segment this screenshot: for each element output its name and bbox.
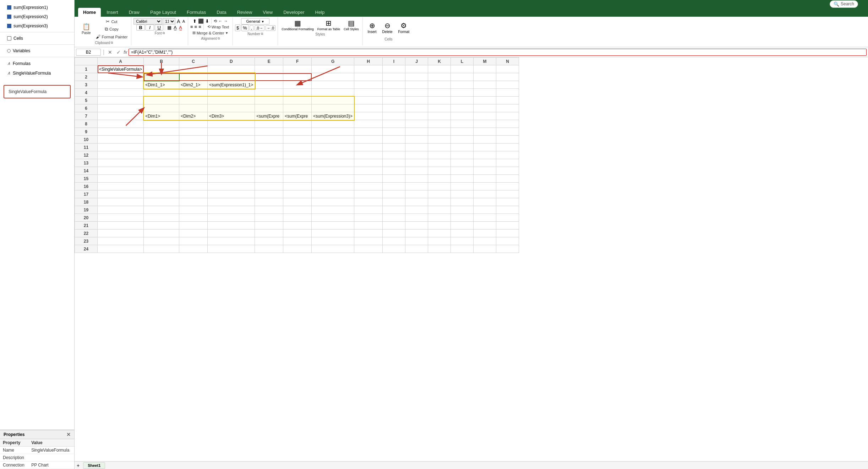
cell-G22[interactable] — [312, 230, 354, 237]
cell-I23[interactable] — [382, 237, 405, 245]
cell-C21[interactable] — [179, 222, 208, 230]
cell-I10[interactable] — [382, 136, 405, 144]
cell-C3[interactable]: <Dim2_1> — [179, 81, 208, 89]
cell-I18[interactable] — [382, 198, 405, 206]
cell-A12[interactable] — [98, 151, 144, 159]
cell-L13[interactable] — [451, 159, 473, 167]
cell-E6[interactable] — [255, 104, 283, 112]
cell-G18[interactable] — [312, 198, 354, 206]
cut-button[interactable]: ✂ Cut — [94, 18, 129, 25]
align-right-icon[interactable]: ≡ — [198, 24, 201, 29]
cell-H12[interactable] — [354, 151, 382, 159]
cell-D4[interactable] — [208, 89, 255, 97]
cell-J24[interactable] — [405, 245, 428, 253]
cell-H9[interactable] — [354, 128, 382, 136]
cell-K12[interactable] — [428, 151, 451, 159]
cell-D2[interactable] — [208, 73, 255, 81]
cell-F22[interactable] — [283, 230, 312, 237]
cell-G12[interactable] — [312, 151, 354, 159]
cell-M13[interactable] — [473, 159, 496, 167]
cell-N2[interactable] — [496, 73, 519, 81]
cell-K6[interactable] — [428, 104, 451, 112]
cell-I19[interactable] — [382, 206, 405, 214]
cell-B10[interactable] — [144, 136, 179, 144]
table-row[interactable]: 14 — [75, 167, 519, 175]
tab-home[interactable]: Home — [78, 8, 101, 17]
cell-E10[interactable] — [255, 136, 283, 144]
cell-I12[interactable] — [382, 151, 405, 159]
cell-L7[interactable] — [451, 112, 473, 120]
col-header-A[interactable]: A — [98, 58, 144, 65]
cell-K13[interactable] — [428, 159, 451, 167]
cell-A1[interactable]: <SingleValueFormula> — [98, 65, 144, 73]
cell-K19[interactable] — [428, 206, 451, 214]
cell-I5[interactable] — [382, 97, 405, 104]
cell-J7[interactable] — [405, 112, 428, 120]
row-header-5[interactable]: 5 — [75, 97, 98, 104]
table-row[interactable]: 1<SingleValueFormula> — [75, 65, 519, 73]
cell-G6[interactable] — [312, 104, 354, 112]
cell-F9[interactable] — [283, 128, 312, 136]
cell-A20[interactable] — [98, 214, 144, 222]
cell-D9[interactable] — [208, 128, 255, 136]
prop-row-connection[interactable]: Connection PP Chart — [0, 462, 74, 469]
cell-C13[interactable] — [179, 159, 208, 167]
cell-A11[interactable] — [98, 144, 144, 151]
cell-M22[interactable] — [473, 230, 496, 237]
cell-L12[interactable] — [451, 151, 473, 159]
table-row[interactable]: 3<Dim1_1><Dim2_1><sum(Expression1)_1> — [75, 81, 519, 89]
number-format-dropdown-icon[interactable]: ▼ — [261, 20, 264, 23]
cell-B17[interactable] — [144, 190, 179, 198]
cell-L2[interactable] — [451, 73, 473, 81]
tab-review[interactable]: Review — [232, 8, 257, 17]
row-header-11[interactable]: 11 — [75, 144, 98, 151]
table-row[interactable]: 2 — [75, 73, 519, 81]
col-header-L[interactable]: L — [451, 58, 473, 65]
col-header-J[interactable]: J — [405, 58, 428, 65]
cell-N17[interactable] — [496, 190, 519, 198]
cell-F2[interactable] — [283, 73, 312, 81]
sidebar-item-single-value[interactable]: ∧ SingleValueFormula — [0, 68, 74, 78]
cell-J4[interactable] — [405, 89, 428, 97]
cell-E2[interactable] — [255, 73, 283, 81]
cell-N21[interactable] — [496, 222, 519, 230]
cell-L11[interactable] — [451, 144, 473, 151]
cell-L5[interactable] — [451, 97, 473, 104]
cell-K5[interactable] — [428, 97, 451, 104]
cell-G1[interactable] — [312, 65, 354, 73]
cell-B19[interactable] — [144, 206, 179, 214]
cell-N1[interactable] — [496, 65, 519, 73]
cell-B23[interactable] — [144, 237, 179, 245]
cell-K9[interactable] — [428, 128, 451, 136]
tab-formulas[interactable]: Formulas — [182, 8, 211, 17]
cell-B12[interactable] — [144, 151, 179, 159]
table-row[interactable]: 9 — [75, 128, 519, 136]
cell-L16[interactable] — [451, 183, 473, 190]
cell-E24[interactable] — [255, 245, 283, 253]
cell-F6[interactable] — [283, 104, 312, 112]
col-header-E[interactable]: E — [255, 58, 283, 65]
cell-A14[interactable] — [98, 167, 144, 175]
cell-C15[interactable] — [179, 175, 208, 183]
formula-input[interactable] — [129, 49, 867, 56]
cell-styles-button[interactable]: ▤ Cell Styles — [342, 18, 360, 32]
cell-B18[interactable] — [144, 198, 179, 206]
cell-F20[interactable] — [283, 214, 312, 222]
cell-L6[interactable] — [451, 104, 473, 112]
row-header-20[interactable]: 20 — [75, 214, 98, 222]
cell-M16[interactable] — [473, 183, 496, 190]
cell-I9[interactable] — [382, 128, 405, 136]
cell-C23[interactable] — [179, 237, 208, 245]
cell-J8[interactable] — [405, 120, 428, 128]
row-header-21[interactable]: 21 — [75, 222, 98, 230]
cell-A10[interactable] — [98, 136, 144, 144]
cell-F16[interactable] — [283, 183, 312, 190]
cell-A5[interactable] — [98, 97, 144, 104]
cell-H23[interactable] — [354, 237, 382, 245]
cell-D21[interactable] — [208, 222, 255, 230]
cell-M20[interactable] — [473, 214, 496, 222]
cell-J1[interactable] — [405, 65, 428, 73]
paste-button[interactable]: 📋 Paste — [79, 20, 94, 38]
cell-D11[interactable] — [208, 144, 255, 151]
cell-E23[interactable] — [255, 237, 283, 245]
